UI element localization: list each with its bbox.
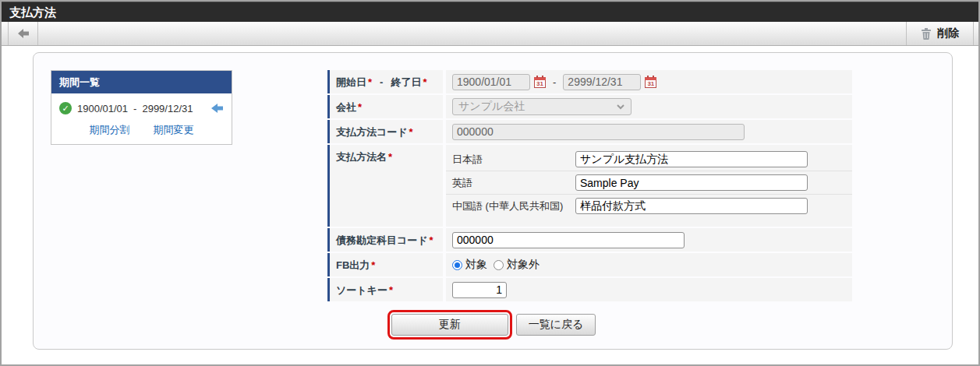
name-row-chinese: 中国語 (中華人民共和国) (446, 194, 852, 217)
sort-key-label: ソートキー* (327, 278, 443, 301)
name-label: 支払方法名* (327, 145, 443, 227)
period-links: 期間分割 期間変更 (59, 123, 224, 137)
name-row-english: 英語 (446, 171, 852, 194)
period-change-link[interactable]: 期間変更 (154, 123, 194, 137)
radio-selected-icon (452, 260, 462, 270)
page-title-bar: 支払方法 (2, 2, 978, 22)
account-code-input[interactable] (452, 232, 685, 248)
company-select-value: サンプル会社 (458, 100, 525, 114)
lang-label-english: 英語 (452, 176, 575, 190)
company-label: 会社* (327, 95, 443, 118)
back-to-list-button[interactable]: 一覧に戻る (516, 314, 596, 336)
required-mark: * (423, 76, 426, 88)
form-row-account-code: 債務勘定科目コード* (327, 228, 852, 252)
required-mark: * (358, 101, 362, 113)
dates-label: 開始日*-終了日* (327, 70, 443, 93)
period-date-separator: - (133, 103, 136, 114)
form-row-names: 支払方法名* 日本語 英語 中国語 (中華人民共和国) (327, 145, 852, 227)
lang-label-chinese: 中国語 (中華人民共和国) (452, 199, 575, 213)
name-input-english[interactable] (575, 174, 808, 191)
radio-option-target[interactable]: 対象 (452, 258, 487, 272)
period-list-panel: 期間一覧 ✓ 1900/01/01 - 2999/12/31 期間分割 期間変更 (51, 70, 232, 145)
radio-option-not-target[interactable]: 対象外 (494, 258, 540, 272)
toolbar-right-group: 削除 (906, 22, 978, 45)
trash-icon (921, 27, 932, 40)
required-mark: * (371, 259, 375, 271)
start-date-calendar-icon[interactable]: 31 (534, 76, 546, 88)
radio-unselected-icon (494, 260, 504, 270)
account-code-label: 債務勘定科目コード* (327, 228, 443, 252)
period-split-link[interactable]: 期間分割 (90, 123, 130, 137)
check-circle-icon: ✓ (59, 102, 72, 114)
form-row-company: 会社* サンプル会社 (327, 95, 852, 118)
toolbar: 削除 (2, 22, 978, 46)
form-card: 期間一覧 ✓ 1900/01/01 - 2999/12/31 期間分割 期間変更 (33, 52, 953, 350)
end-date-input (563, 74, 641, 90)
end-date-calendar-icon[interactable]: 31 (645, 76, 656, 88)
content-area: 期間一覧 ✓ 1900/01/01 - 2999/12/31 期間分割 期間変更 (2, 46, 978, 366)
form-row-fb-output: FB出力* 対象 対象外 (327, 253, 852, 276)
fb-output-label: FB出力* (327, 253, 443, 276)
selected-period-arrow-icon (211, 103, 224, 114)
form-row-code: 支払方法コード* (327, 120, 852, 143)
page-title: 支払方法 (9, 5, 56, 19)
delete-button-label: 削除 (937, 26, 959, 40)
name-row-japanese: 日本語 (446, 148, 852, 171)
period-list-header: 期間一覧 (51, 71, 232, 93)
code-label: 支払方法コード* (327, 120, 443, 143)
company-select: サンプル会社 (452, 98, 632, 115)
required-mark: * (368, 76, 372, 88)
required-mark: * (430, 234, 433, 246)
delete-button[interactable]: 削除 (907, 22, 973, 45)
period-end-date: 2999/12/31 (142, 103, 193, 114)
form-actions: 更新 一覧に戻る (34, 314, 953, 336)
update-button[interactable]: 更新 (391, 314, 508, 336)
period-start-date: 1900/01/01 (77, 103, 128, 114)
name-input-japanese[interactable] (575, 151, 808, 167)
period-row: ✓ 1900/01/01 - 2999/12/31 (59, 102, 224, 114)
form-row-dates: 開始日*-終了日* 31 - 31 (327, 70, 852, 93)
fb-output-radio-group: 対象 対象外 (452, 258, 546, 272)
required-mark: * (388, 151, 392, 163)
name-input-chinese[interactable] (575, 198, 808, 214)
payment-method-code-input (452, 124, 745, 140)
form-row-sort-key: ソートキー* (327, 278, 852, 301)
back-button[interactable] (8, 22, 38, 45)
payment-method-screen: 支払方法 削除 (0, 0, 980, 366)
required-mark: * (409, 126, 413, 138)
lang-label-japanese: 日本語 (452, 153, 575, 167)
required-mark: * (389, 284, 393, 296)
start-date-input (452, 74, 530, 90)
sort-key-input[interactable] (452, 282, 507, 298)
back-arrow-icon (16, 27, 30, 40)
chevron-down-icon (616, 104, 625, 110)
date-range-separator: - (553, 76, 556, 88)
payment-method-form: 開始日*-終了日* 31 - 31 (327, 70, 852, 303)
